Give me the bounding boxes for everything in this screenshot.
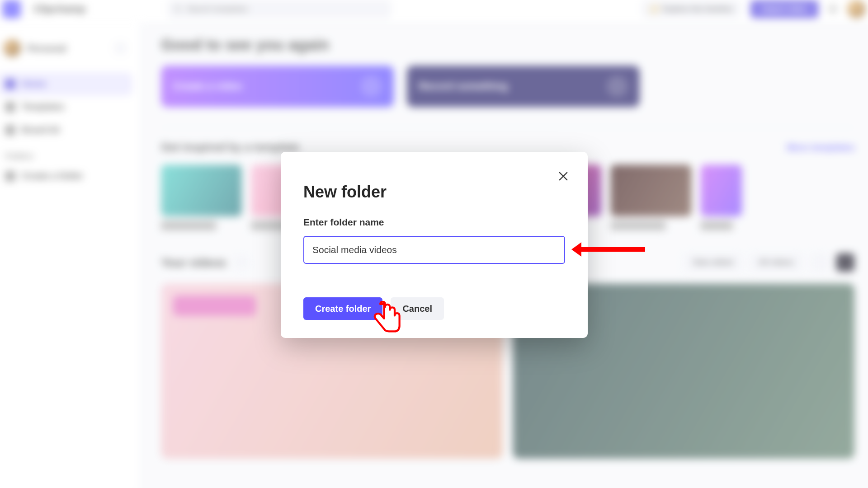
folder-name-label: Enter folder name — [303, 217, 565, 228]
close-button[interactable] — [557, 170, 570, 183]
create-folder-button[interactable]: Create folder — [303, 297, 382, 320]
close-icon — [557, 170, 570, 183]
new-folder-dialog: New folder Enter folder name Create fold… — [281, 152, 588, 338]
folder-name-input[interactable] — [303, 236, 565, 264]
dialog-title: New folder — [303, 183, 565, 202]
cancel-button[interactable]: Cancel — [391, 297, 444, 320]
